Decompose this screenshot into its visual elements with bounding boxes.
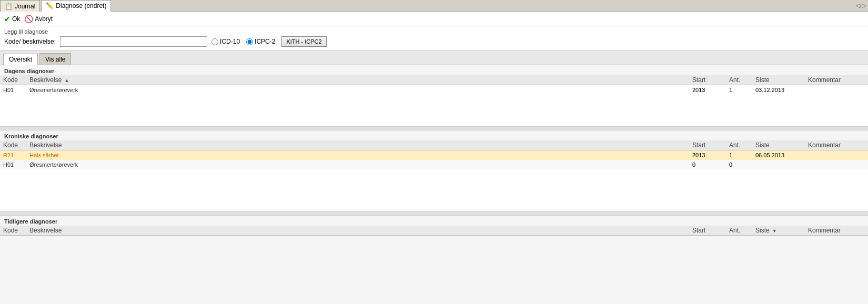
kroniske-col-siste: Siste: [752, 140, 805, 150]
dagens-col-beskrivelse[interactable]: Beskrivelse ▲: [26, 75, 689, 85]
tidligere-section: Tidligere diagnoser Kode Beskrivelse Sta…: [0, 216, 868, 236]
cell-kode: H01: [0, 85, 26, 95]
dagens-table-header: Kode Beskrivelse ▲ Start Ant. Siste: [0, 75, 868, 85]
add-diagnose-label: Legg til diagnose: [4, 28, 864, 35]
cell-kommentar: [805, 85, 868, 95]
radio-icd10-label: ICD-10: [220, 38, 240, 45]
dagens-section: Dagens diagnoser Kode Beskrivelse ▲ Star…: [0, 65, 868, 95]
cell-kommentar: [805, 150, 868, 160]
main-content: Dagens diagnoser Kode Beskrivelse ▲ Star…: [0, 65, 868, 304]
cell-ant: 1: [726, 85, 752, 95]
ok-button[interactable]: ✔ Ok: [4, 15, 20, 23]
nav-arrows[interactable]: ◁ ▷: [856, 2, 866, 9]
kroniske-section: Kroniske diagnoser Kode Beskrivelse Star…: [0, 130, 868, 169]
code-label: Kode/ beskrivelse:: [4, 38, 56, 45]
cell-beskrivelse: Øresmerte/øreverk: [26, 160, 689, 169]
sort-arrow-up: ▲: [64, 78, 69, 83]
cell-start: 2013: [689, 85, 726, 95]
radio-icpc2-label: ICPC-2: [255, 38, 275, 45]
sub-tab-visalle[interactable]: Vis alle: [39, 53, 71, 65]
kroniske-col-ant: Ant.: [726, 140, 752, 150]
cell-kode: R21: [0, 150, 26, 160]
dagens-col-siste: Siste: [752, 75, 805, 85]
kroniske-empty-space: [0, 169, 868, 211]
tab-journal-label: Journal: [15, 3, 35, 10]
radio-group: ICD-10 ICPC-2 KITH - ICPC2: [211, 36, 327, 47]
table-row[interactable]: H01 Øresmerte/øreverk 2013 1 03.12.2013: [0, 85, 868, 95]
kroniske-col-kode: Kode: [0, 140, 26, 150]
kroniske-table-header: Kode Beskrivelse Start Ant. Siste: [0, 140, 868, 150]
tidligere-col-siste[interactable]: Siste ▼: [752, 226, 805, 236]
radio-icd10[interactable]: ICD-10: [211, 38, 240, 45]
ok-icon: ✔: [4, 15, 11, 23]
cancel-button[interactable]: 🚫 Avbryt: [24, 15, 53, 23]
dagens-empty-space: [0, 95, 868, 126]
kroniske-table: Kode Beskrivelse Start Ant. Siste: [0, 140, 868, 169]
tidligere-col-kommentar: Kommentar: [805, 226, 868, 236]
sort-arrow-down: ▼: [772, 228, 777, 234]
dagens-col-kommentar: Kommentar: [805, 75, 868, 85]
kroniske-col-kommentar: Kommentar: [805, 140, 868, 150]
cell-start: 2013: [689, 150, 726, 160]
tidligere-col-kode: Kode: [0, 226, 26, 236]
cell-kommentar: [805, 160, 868, 169]
section-divider-2: [0, 211, 868, 216]
tidligere-table: Kode Beskrivelse Start Ant. Siste ▼: [0, 226, 868, 236]
kith-button[interactable]: KITH - ICPC2: [281, 36, 326, 47]
cancel-icon: 🚫: [24, 15, 33, 23]
diagnose-icon: ✏️: [46, 2, 54, 9]
journal-icon: 📋: [5, 3, 13, 10]
tidligere-header: Tidligere diagnoser: [0, 216, 868, 226]
ok-label: Ok: [12, 15, 20, 23]
tab-diagnose-label: Diagnose (endret): [56, 2, 106, 9]
tab-journal[interactable]: 📋 Journal: [0, 0, 40, 12]
kroniske-col-start: Start: [689, 140, 726, 150]
cell-beskrivelse: Øresmerte/øreverk: [26, 85, 689, 95]
kroniske-col-beskrivelse: Beskrivelse: [26, 140, 689, 150]
dagens-col-ant: Ant.: [726, 75, 752, 85]
kroniske-header: Kroniske diagnoser: [0, 130, 868, 140]
cell-siste: 06.05.2013: [752, 150, 805, 160]
tidligere-col-start: Start: [689, 226, 726, 236]
code-input[interactable]: [60, 36, 207, 47]
sub-tab-oversikt-label: Oversikt: [9, 56, 32, 63]
cell-start: 0: [689, 160, 726, 169]
dagens-col-start: Start: [689, 75, 726, 85]
dagens-table: Kode Beskrivelse ▲ Start Ant. Siste: [0, 75, 868, 95]
tidligere-table-header: Kode Beskrivelse Start Ant. Siste ▼: [0, 226, 868, 236]
cell-beskrivelse: Hals sårhet: [26, 150, 689, 160]
dagens-header: Dagens diagnoser: [0, 65, 868, 75]
sub-tab-oversikt[interactable]: Oversikt: [3, 54, 38, 65]
cell-siste: [752, 160, 805, 169]
tidligere-col-beskrivelse: Beskrivelse: [26, 226, 689, 236]
tidligere-col-ant: Ant.: [726, 226, 752, 236]
cancel-label: Avbryt: [35, 15, 53, 23]
radio-icd10-input[interactable]: [211, 38, 218, 45]
dagens-col-kode: Kode: [0, 75, 26, 85]
table-row[interactable]: H01 Øresmerte/øreverk 0 0: [0, 160, 868, 169]
radio-icpc2-input[interactable]: [246, 38, 253, 45]
add-diagnose-section: Legg til diagnose Kode/ beskrivelse: ICD…: [0, 26, 868, 50]
cell-siste: 03.12.2013: [752, 85, 805, 95]
table-row[interactable]: R21 Hals sårhet 2013 1 06.05.2013: [0, 150, 868, 160]
cell-ant: 0: [726, 160, 752, 169]
cell-ant: 1: [726, 150, 752, 160]
tab-bar: 📋 Journal ✏️ Diagnose (endret) ◁ ▷: [0, 0, 868, 12]
sub-tabs: Oversikt Vis alle: [0, 50, 868, 65]
sub-tab-visalle-label: Vis alle: [45, 56, 65, 63]
toolbar: ✔ Ok 🚫 Avbryt: [0, 12, 868, 26]
section-divider-1: [0, 126, 868, 130]
cell-kode: H01: [0, 160, 26, 169]
radio-icpc2[interactable]: ICPC-2: [246, 38, 275, 45]
tab-diagnose[interactable]: ✏️ Diagnose (endret): [41, 0, 111, 12]
